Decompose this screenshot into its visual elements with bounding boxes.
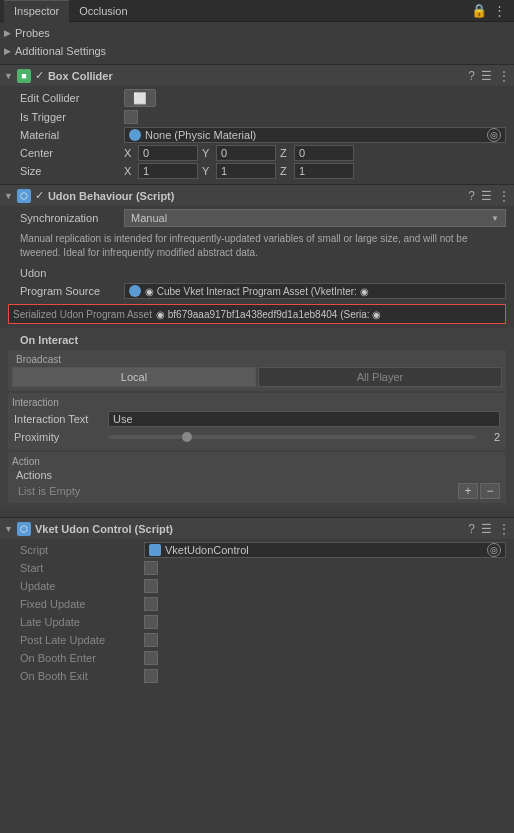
on-booth-exit-row: On Booth Exit	[0, 667, 514, 685]
sync-value: Manual ▼	[124, 209, 506, 227]
vket-udon-control-title: Vket Udon Control (Script)	[35, 523, 464, 535]
script-ref-icon	[149, 544, 161, 556]
interaction-text-label: Interaction Text	[14, 413, 104, 425]
probes-item[interactable]: ▶ Probes	[4, 24, 510, 42]
size-x-input[interactable]	[138, 163, 198, 179]
script-ref-field[interactable]: VketUdonControl ◎	[144, 542, 506, 558]
on-booth-enter-checkbox[interactable]	[144, 651, 158, 665]
tab-bar: Inspector Occlusion 🔒 ⋮	[0, 0, 514, 22]
start-label: Start	[20, 562, 140, 574]
box-collider-help[interactable]: ?	[468, 69, 475, 83]
sync-dropdown-text: Manual	[131, 212, 167, 224]
size-z-input[interactable]	[294, 163, 354, 179]
late-update-label: Late Update	[20, 616, 140, 628]
center-z-input[interactable]	[294, 145, 354, 161]
interaction-text-input[interactable]	[108, 411, 500, 427]
action-buttons: + −	[458, 483, 500, 499]
menu-icon[interactable]: ⋮	[493, 3, 506, 18]
size-y-label: Y	[202, 165, 212, 177]
tab-inspector[interactable]: Inspector	[4, 0, 69, 22]
box-collider-header[interactable]: ▼ ■ ✓ Box Collider ? ☰ ⋮	[0, 64, 514, 86]
on-interact-subsection: On Interact Broadcast Local All Player	[0, 328, 514, 509]
vket-udon-control-header[interactable]: ▼ ⬡ Vket Udon Control (Script) ? ☰ ⋮	[0, 517, 514, 539]
add-action-button[interactable]: +	[458, 483, 478, 499]
program-source-label: Program Source	[20, 285, 120, 297]
is-trigger-label: Is Trigger	[20, 111, 120, 123]
broadcast-buttons: Local All Player	[12, 367, 502, 387]
action-header: Action	[12, 456, 502, 467]
vket-udon-menu[interactable]: ⋮	[498, 522, 510, 536]
edit-collider-button[interactable]: ⬜	[124, 89, 156, 107]
material-value: None (Physic Material) ◎	[124, 127, 506, 143]
material-select[interactable]: ◎	[487, 128, 501, 142]
action-title: Action	[12, 456, 40, 467]
inspector-content: ▶ Probes ▶ Additional Settings ▼ ■ ✓ Box…	[0, 22, 514, 833]
material-field[interactable]: None (Physic Material) ◎	[124, 127, 506, 143]
udon-behaviour-menu[interactable]: ⋮	[498, 189, 510, 203]
fixed-update-checkbox[interactable]	[144, 597, 158, 611]
script-select[interactable]: ◎	[487, 543, 501, 557]
program-source-value: ◉ Cube Vket Interact Program Asset (Vket…	[124, 283, 506, 299]
udon-behaviour-settings[interactable]: ☰	[481, 189, 492, 203]
lock-icon[interactable]: 🔒	[471, 3, 487, 18]
script-label: Script	[20, 544, 140, 556]
udon-behaviour-check[interactable]: ✓	[35, 189, 44, 202]
post-late-update-checkbox[interactable]	[144, 633, 158, 647]
proximity-slider-thumb[interactable]	[182, 432, 192, 442]
interaction-area: Interaction Interaction Text Proximity 2	[8, 393, 506, 450]
size-x-label: X	[124, 165, 134, 177]
broadcast-local-button[interactable]: Local	[12, 367, 256, 387]
proximity-label: Proximity	[14, 431, 104, 443]
box-collider-check[interactable]: ✓	[35, 69, 44, 82]
box-collider-icon: ■	[17, 69, 31, 83]
broadcast-label: Broadcast	[12, 354, 502, 367]
udon-behaviour-help[interactable]: ?	[468, 189, 475, 203]
post-late-update-row: Post Late Update	[0, 631, 514, 649]
on-interact-title: On Interact	[0, 332, 514, 348]
size-z-label: Z	[280, 165, 290, 177]
box-collider-icons: ? ☰ ⋮	[468, 69, 510, 83]
vket-udon-control-body: Script VketUdonControl ◎ Start Update Fi…	[0, 539, 514, 687]
box-collider-settings[interactable]: ☰	[481, 69, 492, 83]
program-source-field[interactable]: ◉ Cube Vket Interact Program Asset (Vket…	[124, 283, 506, 299]
update-label: Update	[20, 580, 140, 592]
probes-label: Probes	[15, 27, 50, 39]
vket-udon-settings[interactable]: ☰	[481, 522, 492, 536]
proximity-value: 2	[480, 431, 500, 443]
late-update-checkbox[interactable]	[144, 615, 158, 629]
size-xyz: X Y Z	[124, 163, 506, 179]
vket-udon-help[interactable]: ?	[468, 522, 475, 536]
script-ref-text: VketUdonControl	[165, 544, 249, 556]
occlusion-tab-label: Occlusion	[79, 5, 127, 17]
proximity-slider-container: 2	[108, 431, 500, 443]
box-collider-menu[interactable]: ⋮	[498, 69, 510, 83]
script-row: Script VketUdonControl ◎	[0, 541, 514, 559]
post-late-update-label: Post Late Update	[20, 634, 140, 646]
is-trigger-row: Is Trigger	[0, 108, 514, 126]
start-checkbox[interactable]	[144, 561, 158, 575]
center-x-input[interactable]	[138, 145, 198, 161]
program-source-text: ◉ Cube Vket Interact Program Asset (Vket…	[145, 286, 501, 297]
is-trigger-checkbox[interactable]	[124, 110, 138, 124]
material-label: Material	[20, 129, 120, 141]
fixed-update-row: Fixed Update	[0, 595, 514, 613]
center-row: Center X Y Z	[0, 144, 514, 162]
update-row: Update	[0, 577, 514, 595]
tab-occlusion[interactable]: Occlusion	[69, 0, 137, 22]
udon-behaviour-header[interactable]: ▼ ⬡ ✓ Udon Behaviour (Script) ? ☰ ⋮	[0, 184, 514, 206]
remove-action-button[interactable]: −	[480, 483, 500, 499]
is-trigger-value	[124, 110, 506, 124]
serialized-asset-row[interactable]: Serialized Udon Program Asset ◉ bf679aaa…	[8, 304, 506, 324]
center-value: X Y Z	[124, 145, 506, 161]
size-y-input[interactable]	[216, 163, 276, 179]
additional-settings-item[interactable]: ▶ Additional Settings	[4, 42, 510, 60]
sync-dropdown[interactable]: Manual ▼	[124, 209, 506, 227]
broadcast-all-player-button[interactable]: All Player	[258, 367, 502, 387]
center-y-input[interactable]	[216, 145, 276, 161]
update-checkbox[interactable]	[144, 579, 158, 593]
on-booth-exit-checkbox[interactable]	[144, 669, 158, 683]
udon-label: Udon	[20, 267, 46, 279]
sync-row: Synchronization Manual ▼	[0, 208, 514, 228]
additional-settings-label: Additional Settings	[15, 45, 106, 57]
vket-udon-control-icon: ⬡	[17, 522, 31, 536]
